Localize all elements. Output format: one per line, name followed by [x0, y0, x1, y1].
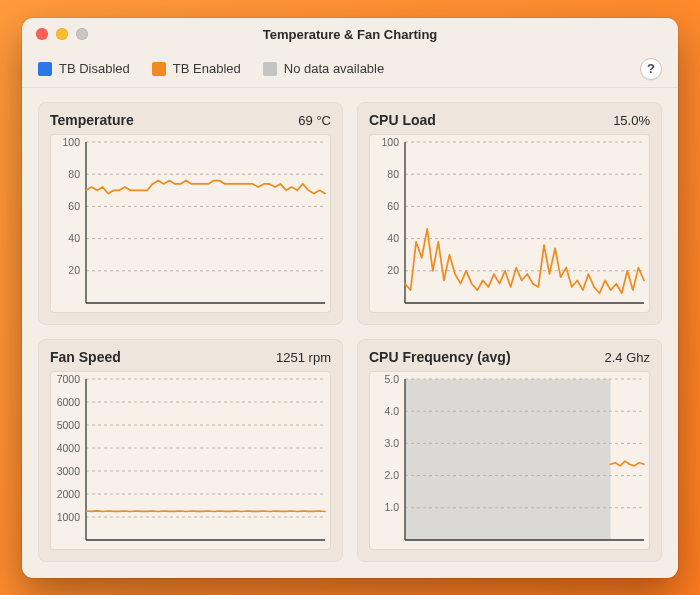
- svg-text:40: 40: [68, 232, 80, 244]
- svg-text:60: 60: [387, 200, 399, 212]
- svg-text:3000: 3000: [57, 465, 81, 477]
- svg-text:3.0: 3.0: [384, 437, 399, 449]
- panel-cpu-load: CPU Load 15.0% 20406080100: [357, 102, 662, 325]
- svg-text:80: 80: [387, 168, 399, 180]
- svg-text:80: 80: [68, 168, 80, 180]
- panel-grid: Temperature 69 °C 20406080100 CPU Load 1…: [22, 88, 678, 578]
- legend-tb-enabled: TB Enabled: [152, 61, 241, 76]
- panel-cpu-load-value: 15.0%: [613, 113, 650, 128]
- app-window: Temperature & Fan Charting TB Disabled T…: [22, 18, 678, 578]
- chart-cpu-frequency: 1.02.03.04.05.0: [369, 371, 650, 550]
- panel-fan-speed-title: Fan Speed: [50, 349, 121, 365]
- panel-fan-speed: Fan Speed 1251 rpm 100020003000400050006…: [38, 339, 343, 562]
- svg-text:2000: 2000: [57, 488, 81, 500]
- legend-bar: TB Disabled TB Enabled No data available…: [22, 50, 678, 88]
- svg-text:100: 100: [62, 136, 80, 148]
- svg-text:60: 60: [68, 200, 80, 212]
- swatch-tb-disabled: [38, 62, 52, 76]
- svg-text:100: 100: [381, 136, 399, 148]
- panel-temperature-title: Temperature: [50, 112, 134, 128]
- svg-text:6000: 6000: [57, 396, 81, 408]
- legend-no-data-label: No data available: [284, 61, 384, 76]
- svg-text:4000: 4000: [57, 442, 81, 454]
- chart-cpu-load: 20406080100: [369, 134, 650, 313]
- svg-text:40: 40: [387, 232, 399, 244]
- svg-rect-40: [405, 379, 611, 540]
- legend-tb-disabled-label: TB Disabled: [59, 61, 130, 76]
- titlebar: Temperature & Fan Charting: [22, 18, 678, 50]
- swatch-tb-enabled: [152, 62, 166, 76]
- panel-cpu-load-title: CPU Load: [369, 112, 436, 128]
- chart-fan-speed: 1000200030004000500060007000: [50, 371, 331, 550]
- svg-text:2.0: 2.0: [384, 469, 399, 481]
- panel-cpu-frequency-title: CPU Frequency (avg): [369, 349, 511, 365]
- legend-tb-disabled: TB Disabled: [38, 61, 130, 76]
- svg-text:7000: 7000: [57, 373, 81, 385]
- swatch-no-data: [263, 62, 277, 76]
- svg-text:20: 20: [68, 264, 80, 276]
- panel-cpu-frequency-value: 2.4 Ghz: [604, 350, 650, 365]
- help-icon: ?: [647, 61, 655, 76]
- svg-text:5.0: 5.0: [384, 373, 399, 385]
- panel-cpu-frequency: CPU Frequency (avg) 2.4 Ghz 1.02.03.04.0…: [357, 339, 662, 562]
- panel-fan-speed-value: 1251 rpm: [276, 350, 331, 365]
- svg-text:4.0: 4.0: [384, 405, 399, 417]
- panel-temperature-value: 69 °C: [298, 113, 331, 128]
- svg-text:5000: 5000: [57, 419, 81, 431]
- legend-tb-enabled-label: TB Enabled: [173, 61, 241, 76]
- help-button[interactable]: ?: [640, 58, 662, 80]
- panel-temperature: Temperature 69 °C 20406080100: [38, 102, 343, 325]
- svg-text:1.0: 1.0: [384, 501, 399, 513]
- window-title: Temperature & Fan Charting: [22, 27, 678, 42]
- svg-text:1000: 1000: [57, 511, 81, 523]
- legend-no-data: No data available: [263, 61, 384, 76]
- chart-temperature: 20406080100: [50, 134, 331, 313]
- svg-text:20: 20: [387, 264, 399, 276]
